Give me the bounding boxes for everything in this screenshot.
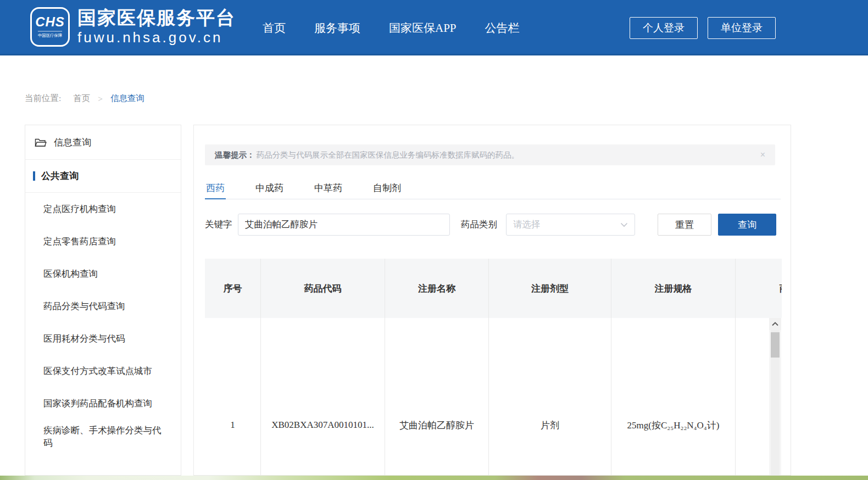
cell-registered-specification: 25mg(按C₂₅H₂₂N₄O₄计) <box>611 318 736 475</box>
logo-subtext: 中国医疗保障 <box>38 31 62 38</box>
logo-text: CHS <box>35 15 65 29</box>
scrollbar-thumb[interactable] <box>771 332 780 358</box>
tab-chinese-herbal-medicine[interactable]: 中草药 <box>313 180 343 199</box>
header-serial-no: 序号 <box>205 259 261 318</box>
site-url: fuwu.nhsa.gov.cn <box>77 29 236 46</box>
search-form: 关键字 药品类别 请选择 重置 查询 <box>205 214 775 236</box>
notice-text: 药品分类与代码展示全部在国家医保信息业务编码标准数据库赋码的药品。 <box>257 150 520 160</box>
header-registered-specification: 注册规格 <box>611 259 736 318</box>
header-clipped-column: 商 <box>736 259 782 318</box>
sidebar-item-payment-reform-cities[interactable]: 医保支付方式改革试点城市 <box>25 355 181 387</box>
search-button[interactable]: 查询 <box>718 214 776 236</box>
sidebar-section-public-query[interactable]: 公共查询 <box>25 160 181 193</box>
header-registered-name: 注册名称 <box>385 259 489 318</box>
sidebar-item-drug-classification-code[interactable]: 药品分类与代码查询 <box>25 290 181 322</box>
nav-home[interactable]: 首页 <box>263 20 286 36</box>
category-select[interactable]: 请选择 <box>506 214 635 236</box>
table-header-row: 序号 药品代码 注册名称 注册剂型 注册规格 商 <box>205 259 782 318</box>
active-section-marker <box>33 171 35 181</box>
keyword-input[interactable] <box>238 214 450 236</box>
tab-self-prepared[interactable]: 自制剂 <box>372 180 402 199</box>
sidebar-item-negotiated-drug-institutions[interactable]: 国家谈判药品配备机构查询 <box>25 387 181 420</box>
notice-bar: 温馨提示： 药品分类与代码展示全部在国家医保信息业务编码标准数据库赋码的药品。 … <box>205 144 775 165</box>
sidebar-item-disease-diagnosis-operation-codes[interactable]: 疾病诊断、手术操作分类与代码 <box>25 420 181 454</box>
results-table-inner: 序号 药品代码 注册名称 注册剂型 注册规格 商 1 XB02BXA307A00… <box>205 259 782 475</box>
header-drug-code: 药品代码 <box>261 259 385 318</box>
sidebar-root-info-query[interactable]: 信息查询 <box>25 125 181 160</box>
sidebar: 信息查询 公共查询 定点医疗机构查询 定点零售药店查询 医保机构查询 药品分类与… <box>25 125 181 476</box>
nav-app[interactable]: 国家医保APP <box>389 20 457 36</box>
brand[interactable]: CHS 中国医疗保障 国家医保服务平台 fuwu.nhsa.gov.cn <box>30 7 236 47</box>
chevron-down-icon <box>620 222 628 227</box>
breadcrumb-separator: > <box>98 94 103 104</box>
main-panel: 温馨提示： 药品分类与代码展示全部在国家医保信息业务编码标准数据库赋码的药品。 … <box>193 125 791 476</box>
unit-login-button[interactable]: 单位登录 <box>708 17 776 39</box>
chs-logo-icon: CHS 中国医疗保障 <box>30 7 70 47</box>
sidebar-item-designated-retail-pharmacy[interactable]: 定点零售药店查询 <box>25 225 181 258</box>
table-row: 1 XB02BXA307A0010101... 艾曲泊帕乙醇胺片 片剂 25mg… <box>205 318 782 475</box>
breadcrumb-prefix: 当前位置: <box>25 93 61 104</box>
close-icon[interactable]: × <box>760 150 765 160</box>
tab-chinese-patent-medicine[interactable]: 中成药 <box>254 180 285 199</box>
sidebar-section-label: 公共查询 <box>41 170 79 182</box>
nav-services[interactable]: 服务事项 <box>314 20 360 36</box>
footer-image-strip <box>0 476 868 480</box>
category-select-placeholder: 请选择 <box>513 219 541 231</box>
top-header: CHS 中国医疗保障 国家医保服务平台 fuwu.nhsa.gov.cn 首页 … <box>0 0 868 55</box>
breadcrumb: 当前位置: 首页 > 信息查询 <box>25 93 144 104</box>
results-table: 序号 药品代码 注册名称 注册剂型 注册规格 商 1 XB02BXA307A00… <box>205 259 782 475</box>
table-scrollbar[interactable] <box>769 318 781 475</box>
brand-text: 国家医保服务平台 fuwu.nhsa.gov.cn <box>77 8 236 46</box>
header-registered-dosage-form: 注册剂型 <box>489 259 611 318</box>
scroll-up-icon[interactable] <box>769 318 781 330</box>
cell-serial-no: 1 <box>205 318 261 475</box>
notice-label: 温馨提示： <box>215 150 255 160</box>
folder-icon <box>35 137 47 147</box>
cell-drug-code: XB02BXA307A0010101... <box>261 318 385 475</box>
sidebar-item-medical-consumables[interactable]: 医用耗材分类与代码 <box>25 322 181 355</box>
top-nav: 首页 服务事项 国家医保APP 公告栏 <box>263 0 520 55</box>
sidebar-item-insurance-agency[interactable]: 医保机构查询 <box>25 258 181 290</box>
category-label: 药品类别 <box>461 214 497 236</box>
reset-button[interactable]: 重置 <box>658 214 711 236</box>
breadcrumb-current[interactable]: 信息查询 <box>110 93 144 104</box>
nav-board[interactable]: 公告栏 <box>485 20 520 36</box>
breadcrumb-home[interactable]: 首页 <box>73 93 90 104</box>
keyword-label: 关键字 <box>205 214 232 236</box>
sidebar-menu: 定点医疗机构查询 定点零售药店查询 医保机构查询 药品分类与代码查询 医用耗材分… <box>25 193 181 454</box>
sidebar-root-label: 信息查询 <box>54 136 91 149</box>
personal-login-button[interactable]: 个人登录 <box>630 17 698 39</box>
site-title: 国家医保服务平台 <box>77 8 236 28</box>
tab-western-medicine[interactable]: 西药 <box>205 180 226 199</box>
drug-category-tabs: 西药 中成药 中草药 自制剂 <box>205 180 781 199</box>
cell-registered-name: 艾曲泊帕乙醇胺片 <box>385 318 489 475</box>
cell-registered-dosage-form: 片剂 <box>489 318 611 475</box>
page: CHS 中国医疗保障 国家医保服务平台 fuwu.nhsa.gov.cn 首页 … <box>0 0 868 480</box>
auth-buttons: 个人登录 单位登录 <box>630 17 776 39</box>
sidebar-item-designated-medical-institution[interactable]: 定点医疗机构查询 <box>25 193 181 225</box>
